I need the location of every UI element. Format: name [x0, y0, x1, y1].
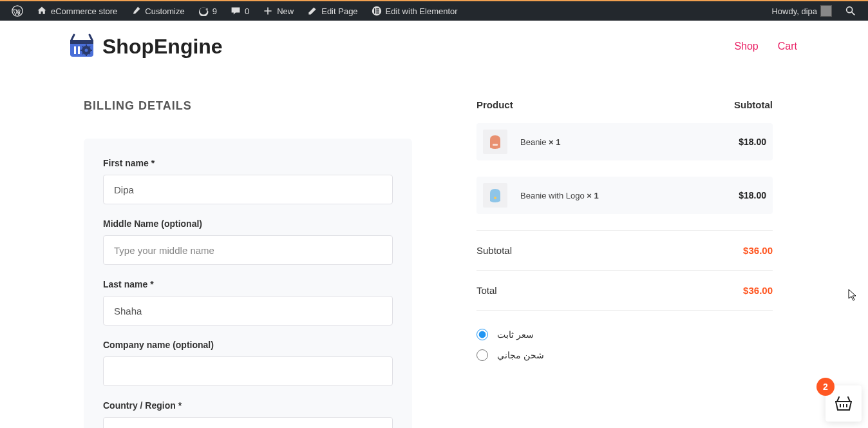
- order-item: Beanie × 1 $18.00: [476, 123, 773, 160]
- billing-title: BILLING DETAILS: [84, 99, 412, 113]
- product-price: $18.00: [739, 190, 766, 200]
- wp-logo[interactable]: [5, 1, 30, 21]
- admin-search[interactable]: [838, 1, 863, 21]
- order-summary: Product Subtotal Beanie × 1 $18.00 Beani…: [476, 99, 773, 428]
- shipping-options: سعر ثابت شحن مجاني: [476, 310, 773, 361]
- pencil-icon: [307, 5, 318, 17]
- billing-form: First name * Middle Name (optional) Last…: [84, 139, 412, 428]
- company-input[interactable]: [103, 356, 393, 386]
- last-name-label: Last name *: [103, 279, 393, 289]
- total-row: Total $36.00: [476, 270, 773, 310]
- wordpress-icon: [12, 5, 23, 17]
- middle-name-label: Middle Name (optional): [103, 219, 393, 229]
- total-amount: $36.00: [743, 285, 773, 296]
- admin-greeting: Howdy, dipa: [771, 6, 817, 16]
- floating-cart-button[interactable]: 2: [826, 385, 862, 422]
- nav-shop[interactable]: Shop: [734, 41, 758, 52]
- country-select[interactable]: Bangladesh: [103, 417, 393, 428]
- product-image: [483, 183, 507, 208]
- shipping-flat-label: سعر ثابت: [497, 329, 534, 340]
- first-name-label: First name *: [103, 158, 393, 168]
- admin-customize-label: Customize: [145, 6, 184, 16]
- admin-comments-count: 0: [245, 6, 249, 16]
- cart-count-badge: 2: [816, 378, 835, 396]
- refresh-icon: [198, 5, 209, 17]
- admin-site-label: eCommerce store: [51, 6, 117, 16]
- admin-customize-link[interactable]: Customize: [124, 1, 191, 21]
- search-icon: [845, 5, 856, 17]
- basket-icon: [835, 396, 852, 411]
- brand-name: ShopEngine: [102, 35, 223, 59]
- site-header: ShopEngine Shop Cart: [0, 21, 868, 61]
- last-name-input[interactable]: [103, 296, 393, 326]
- svg-rect-10: [78, 46, 80, 54]
- first-name-input[interactable]: [103, 175, 393, 204]
- svg-rect-8: [70, 40, 93, 44]
- wp-admin-bar: eCommerce store Customize 9 0 New: [0, 0, 868, 21]
- product-image: [483, 130, 507, 154]
- admin-elementor-link[interactable]: Edit with Elementor: [364, 1, 464, 21]
- shipping-radio-flat[interactable]: [476, 329, 488, 340]
- home-icon: [36, 5, 48, 17]
- product-name: Beanie × 1: [520, 137, 561, 147]
- shipping-flat-rate[interactable]: سعر ثابت: [476, 329, 773, 340]
- elementor-icon: [371, 5, 382, 17]
- admin-user-link[interactable]: Howdy, dipa: [765, 1, 838, 21]
- product-name: Beanie with Logo × 1: [520, 191, 599, 200]
- svg-rect-4: [376, 10, 379, 12]
- comment-icon: [230, 5, 241, 17]
- subtotal-amount: $36.00: [743, 245, 773, 256]
- svg-rect-9: [74, 46, 76, 54]
- brush-icon: [130, 5, 142, 17]
- order-head-product: Product: [476, 99, 513, 110]
- admin-comments-link[interactable]: 0: [223, 1, 256, 21]
- svg-rect-5: [376, 12, 379, 14]
- svg-rect-13: [493, 144, 498, 146]
- avatar: [820, 5, 832, 17]
- product-price: $18.00: [739, 137, 766, 147]
- shipping-radio-free[interactable]: [476, 349, 488, 361]
- svg-rect-2: [374, 8, 375, 14]
- svg-point-12: [85, 49, 88, 52]
- shipping-free-label: شحن مجاني: [497, 350, 544, 360]
- shopengine-icon: [68, 32, 96, 61]
- admin-site-link[interactable]: eCommerce store: [30, 1, 124, 21]
- main-nav: Shop Cart: [734, 41, 797, 52]
- admin-edit-page-link[interactable]: Edit Page: [300, 1, 364, 21]
- middle-name-input[interactable]: [103, 235, 393, 265]
- admin-new-link[interactable]: New: [256, 1, 300, 21]
- order-item: Beanie with Logo × 1 $18.00: [476, 177, 773, 214]
- admin-edit-page-label: Edit Page: [321, 6, 357, 16]
- order-head-subtotal: Subtotal: [734, 99, 773, 110]
- nav-cart[interactable]: Cart: [778, 41, 797, 52]
- admin-updates-count: 9: [212, 6, 217, 16]
- total-label: Total: [476, 285, 497, 296]
- subtotal-label: Subtotal: [476, 245, 512, 256]
- admin-new-label: New: [277, 6, 294, 16]
- site-logo[interactable]: ShopEngine: [68, 32, 223, 61]
- plus-icon: [262, 5, 274, 17]
- admin-elementor-label: Edit with Elementor: [386, 6, 458, 16]
- subtotal-row: Subtotal $36.00: [476, 230, 773, 270]
- company-label: Company name (optional): [103, 340, 393, 350]
- admin-updates-link[interactable]: 9: [191, 1, 223, 21]
- svg-point-6: [847, 7, 853, 13]
- svg-point-14: [494, 197, 496, 199]
- shipping-free[interactable]: شحن مجاني: [476, 349, 773, 361]
- svg-rect-3: [376, 8, 379, 10]
- country-label: Country / Region *: [103, 400, 393, 411]
